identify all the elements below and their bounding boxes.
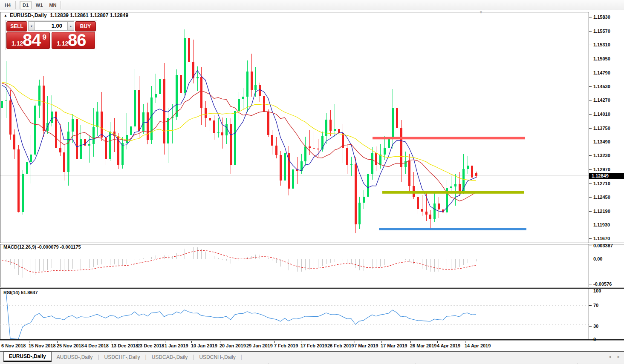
price-axis-label: 1.13490 <box>593 139 610 145</box>
tab-separator: | <box>241 354 242 360</box>
date-axis-label: 17 Mar 2019 <box>381 343 407 348</box>
timeframe-button-MN[interactable]: MN <box>47 1 59 9</box>
axis-tick <box>589 73 592 73</box>
sell-price-big: 84 <box>23 31 41 49</box>
chart-title: ▲ EURUSD-,Daily 1.12839 1.12861 1.12807 … <box>4 12 128 18</box>
date-axis-label: 4 Apr 2019 <box>437 343 460 348</box>
chart-symbol-label: EURUSD-,Daily <box>10 12 47 18</box>
date-axis-label: 4 Dec 2018 <box>84 343 109 348</box>
price-axis-label: 1.11670 <box>593 236 610 241</box>
tab-scroll-left-icon[interactable]: ◄ <box>608 355 612 359</box>
axis-tick <box>589 128 592 129</box>
axis-tick <box>2 341 2 343</box>
axis-tick <box>589 86 592 87</box>
tab-scroll-right-icon[interactable]: ► <box>617 355 621 359</box>
volume-decrease-button[interactable]: ▼ <box>28 21 35 31</box>
axis-tick <box>437 341 438 343</box>
tab-audusddaily[interactable]: AUDUSD-,Daily <box>52 353 98 361</box>
sell-price-button[interactable]: 1.12 84 9 <box>6 32 50 49</box>
price-axis-label: 1.12710 <box>593 181 610 186</box>
axis-tick <box>57 341 58 343</box>
chart-tab-bar: EURUSD-,DailyAUDUSD-,Daily|USDCHF-,Daily… <box>0 351 624 363</box>
timeframe-button-W1[interactable]: W1 <box>33 1 45 9</box>
mt4-window: H4D1W1MN ▲ EURUSD-,Daily 1.12839 1.12861… <box>0 0 624 364</box>
tab-eurusddaily[interactable]: EURUSD-,Daily <box>3 352 52 362</box>
axis-tick <box>247 341 247 343</box>
chart-ohlc-values: 1.12839 1.12861 1.12807 1.12849 <box>50 12 129 18</box>
axis-tick <box>589 326 592 327</box>
axis-tick <box>589 17 592 17</box>
date-axis-label: 13 Dec 2018 <box>111 343 138 348</box>
tab-usdchfdaily[interactable]: USDCHF-,Daily <box>99 353 145 361</box>
timeframe-button-H4[interactable]: H4 <box>2 1 14 9</box>
date-axis-label: 10 Jan 2019 <box>191 343 217 348</box>
axis-tick <box>220 341 220 343</box>
axis-tick <box>589 305 592 306</box>
axis-tick <box>29 341 29 343</box>
current-price-tag: 1.12849 <box>589 173 624 179</box>
pane-splitter <box>0 339 624 341</box>
axis-tick <box>589 169 592 170</box>
hline-support-low[interactable] <box>379 228 526 230</box>
axis-tick <box>589 291 592 291</box>
macd-axis-label: 0.003387 <box>593 243 613 249</box>
rsi-pane-canvas[interactable] <box>0 289 589 339</box>
date-axis-label: 14 Apr 2019 <box>465 343 491 348</box>
macd-axis-label: 0.00 <box>593 256 602 262</box>
chevron-up-icon: ▲ <box>69 25 72 28</box>
axis-tick <box>589 238 592 239</box>
volume-stepper: ▼ 1.00 ▲ <box>28 21 74 31</box>
sell-price-prefix: 1.12 <box>12 40 23 47</box>
axis-tick <box>589 155 592 156</box>
axis-tick <box>589 211 592 212</box>
axis-tick <box>85 341 85 343</box>
axis-tick <box>112 341 112 343</box>
hline-resistance[interactable] <box>373 137 525 139</box>
axis-tick <box>138 341 138 343</box>
date-axis-label: 6 Nov 2018 <box>1 343 26 348</box>
axis-tick <box>589 183 592 184</box>
buy-price-prefix: 1.12 <box>57 40 68 47</box>
buy-button[interactable]: BUY <box>75 21 96 32</box>
price-axis-label: 1.12190 <box>593 209 610 214</box>
sell-button[interactable]: SELL <box>6 21 27 32</box>
volume-field[interactable]: 1.00 <box>35 21 67 31</box>
tab-usdcnhdaily[interactable]: USDCNH-,Daily <box>194 353 240 361</box>
price-axis-label: 1.14530 <box>593 84 610 89</box>
date-axis-label: 20 Jan 2019 <box>220 343 246 348</box>
date-axis-label: 1 Jan 2019 <box>165 343 188 348</box>
axis-tick <box>410 341 411 343</box>
axis-tick <box>589 59 592 59</box>
axis-tick <box>589 45 592 45</box>
toolbar-separator <box>61 1 61 9</box>
axis-tick <box>589 225 592 225</box>
tab-usdcaddaily[interactable]: USDCAD-,Daily <box>147 353 193 361</box>
rsi-axis-label: 0 <box>593 337 596 342</box>
price-axis-label: 1.13750 <box>593 126 610 131</box>
timeframe-button-D1[interactable]: D1 <box>20 1 32 9</box>
axis-tick <box>381 341 381 343</box>
date-axis-label: 25 Nov 2018 <box>57 343 84 348</box>
hline-support-mid[interactable] <box>382 191 524 194</box>
price-axis-label: 1.14790 <box>593 70 610 76</box>
date-axis-label: 7 Mar 2019 <box>354 343 378 348</box>
rsi-axis-label: 100 <box>593 288 601 294</box>
date-axis-label: 15 Nov 2018 <box>29 343 56 348</box>
macd-pane-canvas[interactable] <box>0 244 589 287</box>
collapse-icon[interactable]: ▲ <box>4 14 7 17</box>
date-axis-label: 7 Feb 2019 <box>274 343 298 348</box>
date-axis-label: 26 Mar 2019 <box>410 343 436 348</box>
buy-price-button[interactable]: 1.12 86 <box>52 32 95 49</box>
toolbar-separator <box>15 1 16 9</box>
axis-tick <box>589 246 592 246</box>
volume-increase-button[interactable]: ▲ <box>67 21 74 31</box>
axis-tick <box>191 341 192 343</box>
axis-tick <box>589 284 592 284</box>
price-axis-label: 1.15050 <box>593 56 610 62</box>
date-axis-label: 17 Feb 2019 <box>300 343 327 348</box>
date-axis-label: 29 Jan 2019 <box>246 343 273 348</box>
axis-tick <box>589 100 592 100</box>
chart-shift-icon[interactable]: ▼ <box>479 10 483 14</box>
price-axis-label: 1.13230 <box>593 153 610 158</box>
axis-tick <box>274 341 275 343</box>
